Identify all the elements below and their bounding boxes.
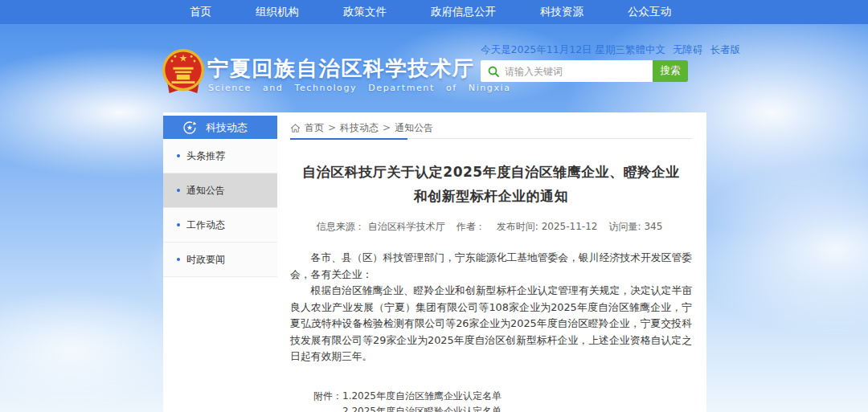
article-body: 各市、县（区）科技管理部门，宁东能源化工基地管委会，银川经济技术开发区管委会，各… bbox=[290, 250, 692, 365]
nav-item-tech-resources[interactable]: 科技资源 bbox=[540, 5, 583, 19]
meta-source-label: 信息来源： bbox=[317, 221, 365, 232]
attachment-item-2[interactable]: 2.2025年度自治区瞪羚企业认定名单 bbox=[342, 404, 530, 412]
breadcrumb-tech-news[interactable]: 科技动态 bbox=[340, 121, 379, 135]
meta-views-label: 访问量: bbox=[608, 221, 641, 232]
meta-time-label: 发布时间: bbox=[497, 221, 538, 232]
article-title-line1: 自治区科技厅关于认定2025年度自治区雏鹰企业、瞪羚企业 bbox=[302, 164, 679, 180]
meta-author-label: 作者： bbox=[457, 221, 485, 232]
home-icon bbox=[290, 123, 301, 133]
sidebar-header: 科技动态 bbox=[163, 116, 277, 139]
header-date-row: 今天是2025年11月12日 星期三 繁體中文 无障碍 长者版 bbox=[481, 43, 701, 57]
breadcrumb-separator: > bbox=[328, 122, 336, 133]
bullet-icon bbox=[177, 258, 180, 261]
sidebar-item-label: 头条推荐 bbox=[186, 149, 225, 163]
meta-time-value: 2025-11-12 bbox=[542, 221, 598, 232]
search-input[interactable] bbox=[500, 60, 653, 82]
sidebar-title: 科技动态 bbox=[206, 120, 248, 135]
content-panel: 科技动态 头条推荐 通知公告 工作动态 时政要闻 首页 > bbox=[163, 112, 706, 412]
sidebar-item-label: 工作动态 bbox=[186, 218, 225, 232]
link-accessibility[interactable]: 无障碍 bbox=[673, 43, 703, 57]
link-traditional-chinese[interactable]: 繁體中文 bbox=[625, 43, 665, 57]
article-paragraph-2: 根据自治区雏鹰企业、瞪羚企业和创新型标杆企业认定管理有关规定，决定认定半亩良人农… bbox=[290, 283, 692, 365]
breadcrumb-notices[interactable]: 通知公告 bbox=[395, 121, 433, 135]
bullet-icon bbox=[177, 189, 180, 192]
breadcrumb-separator: > bbox=[383, 122, 391, 133]
tech-news-circle-star-icon bbox=[182, 120, 197, 135]
bullet-icon bbox=[177, 154, 180, 157]
sidebar-item-work-updates[interactable]: 工作动态 bbox=[163, 208, 277, 243]
nav-item-gov-info-disclosure[interactable]: 政府信息公开 bbox=[431, 5, 496, 19]
sidebar-item-notices[interactable]: 通知公告 bbox=[163, 173, 277, 208]
header-quick-links: 繁體中文 无障碍 长者版 bbox=[625, 43, 740, 57]
site-subtitle-en: Science and Technology Department of Nin… bbox=[208, 83, 511, 93]
link-elderly-version[interactable]: 长者版 bbox=[710, 43, 741, 57]
breadcrumb-home[interactable]: 首页 bbox=[305, 121, 324, 135]
sidebar-item-headlines[interactable]: 头条推荐 bbox=[163, 139, 277, 173]
article-title-line2: 和创新型标杆企业的通知 bbox=[414, 188, 569, 204]
nav-item-public-interaction[interactable]: 公众互动 bbox=[628, 5, 671, 19]
sidebar-item-political-news[interactable]: 时政要闻 bbox=[163, 243, 277, 277]
bullet-icon bbox=[177, 223, 180, 226]
article-title: 自治区科技厅关于认定2025年度自治区雏鹰企业、瞪羚企业 和创新型标杆企业的通知 bbox=[290, 160, 692, 208]
attachments-label: 附件： bbox=[313, 389, 342, 412]
article-area: 首页 > 科技动态 > 通知公告 自治区科技厅关于认定2025年度自治区雏鹰企业… bbox=[290, 117, 692, 412]
top-navigation: 首页 组织机构 政策文件 政府信息公开 科技资源 公众互动 bbox=[0, 0, 868, 24]
current-date: 今天是2025年11月12日 星期三 bbox=[481, 43, 625, 57]
meta-views-value: 345 bbox=[644, 221, 662, 232]
sidebar-item-label: 通知公告 bbox=[186, 184, 225, 198]
sidebar: 科技动态 头条推荐 通知公告 工作动态 时政要闻 bbox=[163, 116, 277, 277]
search-bar: 搜索 bbox=[481, 60, 688, 82]
attachment-list: 1.2025年度自治区雏鹰企业认定名单 2.2025年度自治区瞪羚企业认定名单 … bbox=[342, 389, 530, 412]
cloud-decoration bbox=[683, 161, 868, 337]
search-icon bbox=[487, 65, 500, 78]
search-button[interactable]: 搜索 bbox=[653, 60, 688, 82]
attachment-item-1[interactable]: 1.2025年度自治区雏鹰企业认定名单 bbox=[342, 389, 530, 405]
nav-item-home[interactable]: 首页 bbox=[190, 5, 211, 19]
sidebar-item-label: 时政要闻 bbox=[186, 253, 225, 267]
meta-source-value: 自治区科学技术厅 bbox=[368, 221, 445, 232]
article-paragraph-1: 各市、县（区）科技管理部门，宁东能源化工基地管委会，银川经济技术开发区管委会，各… bbox=[290, 250, 692, 283]
breadcrumb: 首页 > 科技动态 > 通知公告 bbox=[290, 117, 692, 139]
national-emblem-logo bbox=[161, 47, 206, 98]
site-title: 宁夏回族自治区科学技术厅 bbox=[207, 55, 474, 83]
nav-item-organization[interactable]: 组织机构 bbox=[256, 5, 299, 19]
article-meta: 信息来源：自治区科学技术厅作者：发布时间:2025-11-12访问量:345 bbox=[290, 220, 692, 234]
nav-item-policy-documents[interactable]: 政策文件 bbox=[343, 5, 387, 19]
attachments: 附件： 1.2025年度自治区雏鹰企业认定名单 2.2025年度自治区瞪羚企业认… bbox=[313, 389, 692, 412]
